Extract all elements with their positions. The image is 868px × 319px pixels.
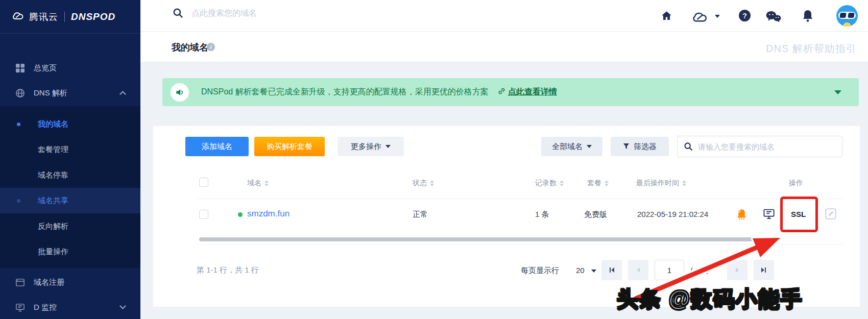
previous-page-button[interactable] <box>628 260 648 280</box>
topbar-search[interactable] <box>173 8 385 18</box>
active-dot <box>17 122 20 126</box>
globe-icon <box>15 88 25 98</box>
sort-icon <box>430 180 434 186</box>
submenu-label: 套餐管理 <box>38 145 68 154</box>
sidebar-item-label: DNS 解析 <box>34 88 67 98</box>
wechat-icon[interactable] <box>765 10 782 25</box>
records-value: 1 条 <box>535 210 549 219</box>
column-header-last-operation[interactable]: 最后操作时间 <box>636 179 686 188</box>
brand-logo[interactable]: 腾讯云 DNSPOD <box>0 0 140 34</box>
avatar[interactable] <box>836 5 858 27</box>
last-page-button[interactable] <box>754 260 774 280</box>
divider <box>197 199 842 199</box>
sort-icon <box>605 180 609 186</box>
sidebar-item-domain-sharing[interactable]: 域名共享 <box>0 188 140 213</box>
column-header-plan[interactable]: 套餐 <box>587 179 609 188</box>
status-value: 正常 <box>413 210 428 219</box>
avatar-chin <box>843 22 851 27</box>
button-label: 添加域名 <box>202 142 232 152</box>
page-title: 我的域名 <box>172 41 208 54</box>
sidebar-item-reverse-dns[interactable]: 反向解析 <box>0 213 140 239</box>
all-domains-dropdown[interactable]: 全部域名 <box>541 137 602 156</box>
per-page-select[interactable]: 20 <box>576 266 585 275</box>
submenu-label: 批量操作 <box>38 247 68 256</box>
dns-help-guide-link[interactable]: DNS 解析帮助指引 <box>766 42 857 56</box>
dns-submenu: 我的域名 套餐管理 域名停靠 域名共享 反向解析 批量操作 <box>0 106 140 268</box>
column-label: 套餐 <box>587 179 601 188</box>
button-label: 购买解析套餐 <box>267 142 312 152</box>
cloud-console-icon[interactable] <box>691 11 709 26</box>
sidebar-item-batch-operations[interactable]: 批量操作 <box>0 239 140 264</box>
alert-siren-icon[interactable] <box>735 208 748 220</box>
chevron-up-icon <box>119 91 126 97</box>
select-all-checkbox[interactable] <box>199 178 208 187</box>
status-dot <box>238 212 243 217</box>
domain-link[interactable]: smzdm.fun <box>247 209 290 219</box>
avatar-lens-right <box>848 13 854 18</box>
column-label: 最后操作时间 <box>636 179 679 188</box>
monitor-icon[interactable] <box>763 208 776 220</box>
first-page-button[interactable] <box>601 260 622 280</box>
sidebar-item-label: 域名注册 <box>34 278 64 287</box>
row-range-text: 第 1-1 行，共 1 行 <box>197 265 259 275</box>
logo-divider <box>64 12 65 22</box>
column-header-status[interactable]: 状态 <box>413 179 434 188</box>
filter-button[interactable]: 筛选器 <box>611 137 669 156</box>
search-icon <box>173 8 183 18</box>
bell-icon[interactable] <box>802 9 813 24</box>
ssl-highlight-box <box>780 197 818 232</box>
sidebar-item-label: 总览页 <box>34 63 57 73</box>
column-label: 记录数 <box>535 179 557 188</box>
info-icon[interactable]: i <box>207 43 215 51</box>
link-icon <box>498 87 505 97</box>
grid-icon <box>15 63 25 73</box>
domain-search-box[interactable] <box>677 136 842 157</box>
sidebar-item-dns[interactable]: DNS 解析 <box>0 81 140 105</box>
sidebar-item-domain-parking[interactable]: 域名停靠 <box>0 162 140 188</box>
caret-down-icon[interactable] <box>715 15 720 18</box>
column-header-domain[interactable]: 域名 <box>247 179 269 188</box>
divider <box>197 244 842 244</box>
tencent-cloud-icon <box>11 11 25 23</box>
total-pages-label: / 1 页 <box>690 266 709 276</box>
sidebar-item-domain-registration[interactable]: 域名注册 <box>0 270 140 295</box>
edit-icon[interactable] <box>824 207 837 220</box>
watermark: 头条 @数码小能手 <box>617 285 803 313</box>
column-label: 域名 <box>247 179 261 188</box>
buy-plan-button[interactable]: 购买解析套餐 <box>254 137 325 156</box>
home-icon[interactable] <box>660 10 673 24</box>
sidebar-item-plan-management[interactable]: 套餐管理 <box>0 137 140 162</box>
submenu-label: 反向解析 <box>38 222 68 230</box>
sidebar-item-my-domains[interactable]: 我的域名 <box>0 111 140 137</box>
brand-product-name: DNSPOD <box>71 11 115 22</box>
banner-collapse-caret-icon[interactable] <box>834 90 841 94</box>
banner-details-link[interactable]: 点此查看详情 <box>498 87 557 97</box>
sidebar-item-overview[interactable]: 总览页 <box>0 56 140 80</box>
hover-dot <box>17 199 20 203</box>
domain-search-input[interactable] <box>698 142 836 151</box>
banner-link-label: 点此查看详情 <box>508 87 557 97</box>
horizontal-scrollbar[interactable] <box>199 237 766 241</box>
next-page-button[interactable] <box>727 260 748 280</box>
search-icon <box>684 142 693 151</box>
submenu-label: 域名共享 <box>38 196 68 205</box>
brand-cloud-name: 腾讯云 <box>29 11 58 23</box>
help-icon[interactable]: ? <box>739 10 751 21</box>
page-number-input[interactable] <box>655 260 684 280</box>
upgrade-banner: DNSPod 解析套餐已完成全新升级，支持更高的配置规格，采用更优的价格方案 点… <box>162 78 859 106</box>
chevron-down-icon <box>119 303 126 309</box>
sort-icon <box>682 180 686 186</box>
more-actions-button[interactable]: 更多操作 <box>337 137 404 156</box>
row-checkbox[interactable] <box>199 210 208 219</box>
last-operation-value: 2022-05-19 21:02:24 <box>637 210 708 218</box>
topbar-search-input[interactable] <box>191 9 385 18</box>
column-header-records[interactable]: 记录数 <box>535 179 564 188</box>
sidebar-item-d-monitor[interactable]: D 监控 <box>0 295 140 319</box>
caret-down-icon[interactable] <box>591 269 596 273</box>
column-label: 状态 <box>413 179 427 188</box>
button-label: 更多操作 <box>351 142 381 152</box>
info-glyph: i <box>210 44 211 50</box>
plan-value: 免费版 <box>584 210 607 219</box>
add-domain-button[interactable]: 添加域名 <box>185 137 249 156</box>
monitor-icon <box>15 303 25 312</box>
